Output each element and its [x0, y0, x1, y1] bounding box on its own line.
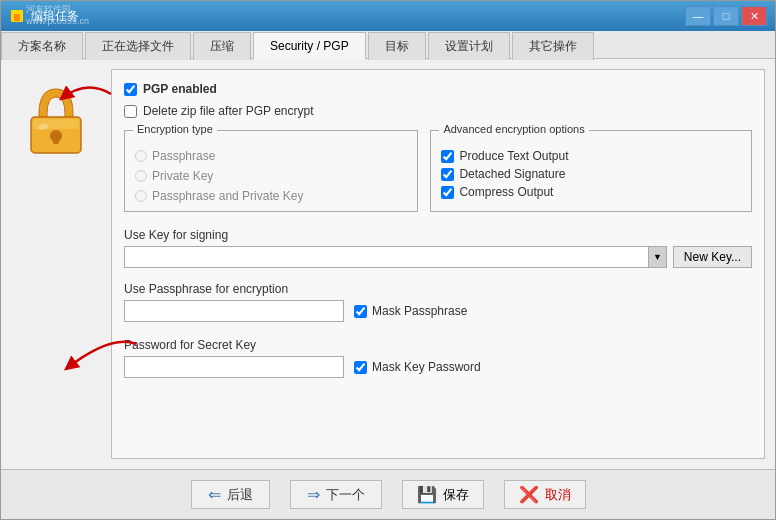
- radio-passphrase-and-private: Passphrase and Private Key: [135, 189, 407, 203]
- delete-zip-label: Delete zip file after PGP encrypt: [143, 104, 314, 118]
- next-button[interactable]: ⇒ 下一个: [290, 480, 382, 509]
- encryption-type-legend: Encryption type: [133, 123, 217, 135]
- title-text: 编辑任务: [31, 8, 685, 25]
- back-button[interactable]: ⇐ 后退: [191, 480, 270, 509]
- signing-section: Use Key for signing ▼ New Key...: [124, 228, 752, 268]
- radio-both-label: Passphrase and Private Key: [152, 189, 303, 203]
- tab-compress[interactable]: 压缩: [193, 32, 251, 60]
- radio-both-input[interactable]: [135, 190, 147, 202]
- tab-schedule[interactable]: 设置计划: [428, 32, 510, 60]
- tab-other[interactable]: 其它操作: [512, 32, 594, 60]
- tab-source[interactable]: 方案名称: [1, 32, 83, 60]
- pgp-enabled-row: PGP enabled: [124, 82, 752, 96]
- passphrase-row: Mask Passphrase: [124, 300, 752, 322]
- delete-zip-checkbox[interactable]: [124, 105, 137, 118]
- tab-select[interactable]: 正在选择文件: [85, 32, 191, 60]
- pgp-enabled-checkbox[interactable]: [124, 83, 137, 96]
- tab-bar: 方案名称 正在选择文件 压缩 Security / PGP 目标 设置计划 其它…: [1, 31, 775, 59]
- tab-target[interactable]: 目标: [368, 32, 426, 60]
- signing-label: Use Key for signing: [124, 228, 752, 242]
- red-arrow-2: [61, 329, 141, 379]
- middle-row: Encryption type Passphrase Private Key P…: [124, 130, 752, 212]
- secret-key-section: Password for Secret Key Mask Key Passwor…: [124, 338, 752, 378]
- detached-sig-label: Detached Signature: [459, 167, 565, 181]
- watermark: 河东软件园www.pc0359.cn: [26, 4, 89, 27]
- advanced-encryption-legend: Advanced encryption options: [439, 123, 588, 135]
- cancel-icon: ❌: [519, 485, 539, 504]
- mask-key-label: Mask Key Password: [372, 360, 481, 374]
- back-arrow-icon: ⇐: [208, 485, 221, 504]
- radio-private-key-input[interactable]: [135, 170, 147, 182]
- bottom-bar: ⇐ 后退 ⇒ 下一个 💾 保存 ❌ 取消: [1, 469, 775, 519]
- tab-security[interactable]: Security / PGP: [253, 32, 366, 60]
- left-icon-area: [11, 69, 101, 459]
- save-icon: 💾: [417, 485, 437, 504]
- compress-output-label: Compress Output: [459, 185, 553, 199]
- maximize-button[interactable]: □: [713, 6, 739, 26]
- radio-private-key: Private Key: [135, 169, 407, 183]
- advanced-encryption-group: Advanced encryption options Produce Text…: [430, 130, 752, 212]
- next-arrow-icon: ⇒: [307, 485, 320, 504]
- produce-text-checkbox[interactable]: [441, 150, 454, 163]
- produce-text-label: Produce Text Output: [459, 149, 568, 163]
- secret-key-label: Password for Secret Key: [124, 338, 752, 352]
- radio-passphrase-input[interactable]: [135, 150, 147, 162]
- compress-output-checkbox[interactable]: [441, 186, 454, 199]
- secret-key-input[interactable]: [124, 356, 344, 378]
- key-signing-dropdown[interactable]: ▼: [124, 246, 667, 268]
- svg-rect-5: [53, 136, 59, 144]
- pgp-enabled-label: PGP enabled: [143, 82, 217, 96]
- svg-rect-1: [14, 14, 20, 21]
- signing-row: ▼ New Key...: [124, 246, 752, 268]
- radio-passphrase: Passphrase: [135, 149, 407, 163]
- new-key-button[interactable]: New Key...: [673, 246, 752, 268]
- compress-output-option: Compress Output: [441, 185, 741, 199]
- red-arrow-1: [56, 74, 116, 114]
- detached-sig-checkbox[interactable]: [441, 168, 454, 181]
- mask-passphrase-row: Mask Passphrase: [354, 304, 467, 318]
- mask-key-checkbox[interactable]: [354, 361, 367, 374]
- dropdown-arrow-icon[interactable]: ▼: [648, 247, 666, 267]
- mask-passphrase-checkbox[interactable]: [354, 305, 367, 318]
- passphrase-label: Use Passphrase for encryption: [124, 282, 752, 296]
- passphrase-section: Use Passphrase for encryption Mask Passp…: [124, 282, 752, 322]
- mask-key-row: Mask Key Password: [354, 360, 481, 374]
- encryption-type-group: Encryption type Passphrase Private Key P…: [124, 130, 418, 212]
- produce-text-option: Produce Text Output: [441, 149, 741, 163]
- main-window: 编辑任务 河东软件园www.pc0359.cn — □ ✕ 方案名称 正在选择文…: [0, 0, 776, 520]
- secret-key-row: Mask Key Password: [124, 356, 752, 378]
- minimize-button[interactable]: —: [685, 6, 711, 26]
- close-button[interactable]: ✕: [741, 6, 767, 26]
- title-bar: 编辑任务 河东软件园www.pc0359.cn — □ ✕: [1, 1, 775, 31]
- cancel-button[interactable]: ❌ 取消: [504, 480, 586, 509]
- passphrase-input[interactable]: [124, 300, 344, 322]
- radio-passphrase-label: Passphrase: [152, 149, 215, 163]
- window-controls: — □ ✕: [685, 6, 767, 26]
- app-icon: [9, 8, 25, 24]
- content-area: PGP enabled Delete zip file after PGP en…: [1, 59, 775, 469]
- main-panel: PGP enabled Delete zip file after PGP en…: [111, 69, 765, 459]
- mask-passphrase-label: Mask Passphrase: [372, 304, 467, 318]
- radio-private-key-label: Private Key: [152, 169, 213, 183]
- save-button[interactable]: 💾 保存: [402, 480, 484, 509]
- delete-zip-row: Delete zip file after PGP encrypt: [124, 104, 752, 118]
- detached-sig-option: Detached Signature: [441, 167, 741, 181]
